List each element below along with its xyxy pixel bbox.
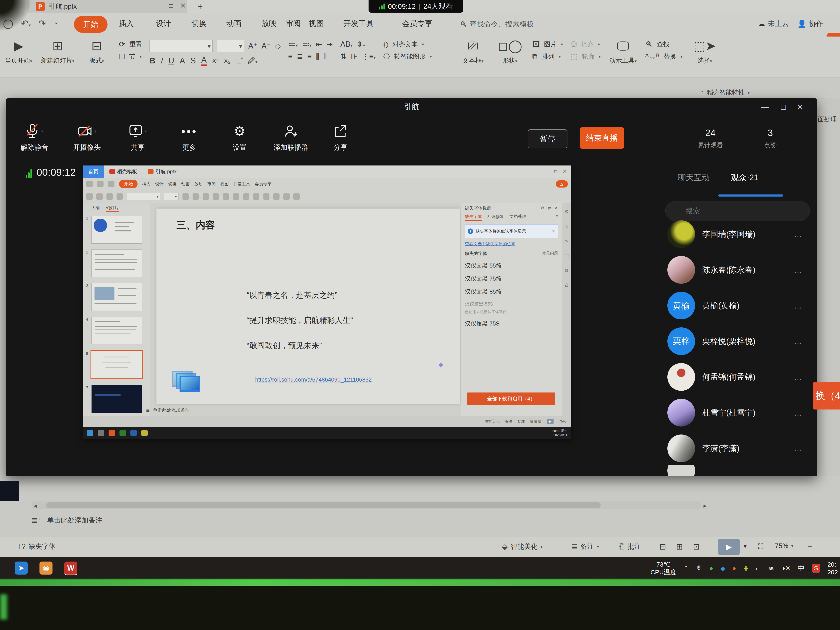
end-stream-button[interactable]: 结束直播 bbox=[579, 127, 624, 149]
indent-increase-icon[interactable]: ⇥ bbox=[326, 40, 333, 49]
presentation-tools-button[interactable]: 🖵 演示工具▾ bbox=[608, 39, 638, 65]
smart-graphic-button[interactable]: ⎔转智能图形▾ bbox=[383, 52, 432, 61]
notes-button[interactable]: ≣ 备注▾ bbox=[571, 542, 599, 551]
mini-outline-tab[interactable]: 大纲 bbox=[92, 205, 100, 212]
mini-beautify[interactable]: 智能美化 bbox=[485, 419, 500, 424]
mini-tool-icon[interactable] bbox=[294, 193, 300, 200]
tray-clock[interactable]: 20: 202 bbox=[827, 561, 838, 576]
collaborate-button[interactable]: 👤协作 bbox=[797, 19, 823, 28]
horizontal-scrollbar[interactable] bbox=[32, 502, 701, 509]
char-spacing-button[interactable]: A bbox=[180, 56, 185, 65]
section-button[interactable]: ⎅节▾ bbox=[119, 52, 142, 61]
camera-dropdown-icon[interactable]: ▾ bbox=[94, 129, 96, 134]
mini-play-button[interactable]: ▶ bbox=[546, 419, 554, 424]
share-screen-dropdown-icon[interactable]: ▾ bbox=[145, 129, 147, 134]
share-screen-button[interactable]: ▾ 共享 bbox=[129, 123, 147, 152]
panel-settings-icon[interactable]: ⚙ bbox=[540, 205, 544, 210]
mini-start-icon[interactable] bbox=[87, 430, 93, 436]
menu-tab-slideshow[interactable]: 放映 bbox=[261, 19, 276, 29]
row-spacing-icon[interactable]: ⇅ bbox=[340, 52, 346, 61]
justify-icon[interactable]: ⫼ bbox=[316, 52, 319, 61]
strip-star-icon[interactable]: ☆ bbox=[565, 224, 569, 229]
slide-thumbnail[interactable]: 3 bbox=[92, 283, 142, 311]
textbox-button[interactable]: ⎚ 文本框▾ bbox=[458, 39, 488, 65]
panel-close-icon[interactable]: ✕ bbox=[554, 205, 558, 210]
slideshow-play-button[interactable]: ▶ bbox=[718, 538, 740, 555]
mini-tool-icon[interactable] bbox=[283, 193, 290, 200]
tray-microphone-icon[interactable]: 🎙︎ bbox=[696, 565, 702, 572]
mini-slides-tab[interactable]: 幻灯片 bbox=[106, 205, 118, 212]
scrollbar-thumb[interactable] bbox=[46, 502, 601, 508]
panel-refresh-icon[interactable]: ⇄ bbox=[548, 205, 551, 210]
menu-tab-view[interactable]: 视图 bbox=[309, 19, 324, 29]
taskbar-app-orange-icon[interactable]: ◉ bbox=[39, 562, 52, 575]
menu-tab-home[interactable]: 开始 bbox=[74, 16, 107, 33]
mini-close-icon[interactable]: ✕ bbox=[563, 169, 567, 175]
new-slide-button[interactable]: ⊞ 新建幻灯片▾ bbox=[41, 39, 74, 65]
menu-tab-review[interactable]: 审阅 bbox=[286, 19, 301, 29]
mini-menu-tab[interactable]: 切换 bbox=[168, 181, 177, 187]
mini-slide-canvas[interactable]: 三、内容 “以青春之名，赴基层之约” “提升求职技能，启航精彩人生” “敢闯敢创… bbox=[156, 208, 460, 404]
new-tab-button[interactable]: + bbox=[197, 1, 203, 12]
mini-upgrade-badge[interactable]: △ bbox=[556, 180, 568, 188]
mini-font-select[interactable]: ▾ bbox=[126, 193, 160, 200]
viewer-more-icon[interactable]: … bbox=[794, 444, 804, 453]
mini-menu-tab[interactable]: 插入 bbox=[142, 181, 151, 187]
mini-menu-tab[interactable]: 会员专享 bbox=[255, 181, 272, 187]
pause-stream-button[interactable]: 暂停 bbox=[528, 129, 567, 148]
find-button[interactable]: 🔍︎查找 bbox=[645, 40, 682, 49]
close-tab-icon[interactable]: ✕ bbox=[180, 2, 186, 9]
distribute-icon[interactable]: ⊪ bbox=[351, 52, 357, 61]
mini-tool-icon[interactable] bbox=[96, 193, 103, 200]
menu-tab-devtools[interactable]: 开发工具 bbox=[343, 19, 374, 29]
notice-close-icon[interactable]: ✕ bbox=[552, 229, 555, 234]
pin-tab-icon[interactable]: ⊏ bbox=[168, 2, 174, 9]
view-missing-font-link[interactable]: 查看文档中缺失字体的位置 bbox=[465, 241, 558, 247]
wifi-icon[interactable]: ≋ bbox=[769, 565, 774, 572]
comments-button[interactable]: ⎗ 批注 bbox=[619, 542, 641, 551]
increase-font-icon[interactable]: A⁺ bbox=[248, 41, 257, 51]
italic-button[interactable]: I bbox=[161, 56, 163, 65]
decrease-font-icon[interactable]: A⁻ bbox=[261, 41, 270, 51]
underline-button[interactable]: U bbox=[169, 56, 174, 65]
arrange-button[interactable]: ⧉排列▾ bbox=[532, 52, 563, 61]
missing-font-item[interactable]: 汉仪文黑-85简 bbox=[465, 288, 558, 295]
slide-thumbnail[interactable]: 2 bbox=[92, 249, 142, 277]
mini-tool-icon[interactable] bbox=[273, 193, 279, 200]
tray-expand-icon[interactable]: ⌃ bbox=[684, 565, 689, 572]
select-button[interactable]: ⬚➤ 选择▾ bbox=[690, 39, 720, 65]
align-center-icon[interactable]: ≣ bbox=[297, 52, 303, 61]
mini-tab-home[interactable]: 首页 bbox=[83, 166, 104, 178]
strip-layout-icon[interactable]: ⬚ bbox=[564, 253, 569, 259]
camera-on-button[interactable]: ▾ 开摄像头 bbox=[73, 123, 101, 152]
highlight-icon[interactable]: 🖉▾ bbox=[247, 56, 257, 65]
mini-tool-icon[interactable] bbox=[253, 193, 259, 200]
volume-muted-icon[interactable]: 🕨✕ bbox=[781, 564, 790, 572]
mini-tool-icon[interactable] bbox=[193, 193, 199, 200]
align-right-icon[interactable]: ≡ bbox=[307, 52, 312, 61]
strip-copy-icon[interactable]: ⧉ bbox=[565, 268, 568, 273]
bullet-list-icon[interactable]: ≔▾ bbox=[288, 40, 298, 49]
wechat-icon[interactable]: ● bbox=[709, 565, 713, 572]
mini-tool-icon[interactable] bbox=[183, 193, 189, 200]
menu-tab-animation[interactable]: 动画 bbox=[226, 19, 242, 29]
add-relay-group-button[interactable]: 添加联播群 bbox=[274, 123, 308, 152]
scroll-right-icon[interactable]: ▸ bbox=[704, 502, 707, 509]
strip-edit-icon[interactable]: ✎ bbox=[565, 238, 568, 244]
ribbon-collapse-icon[interactable]: ⌄ bbox=[54, 18, 59, 29]
fill-button[interactable]: ⛁填充▾ bbox=[571, 40, 601, 49]
viewer-row[interactable]: 李潇(李潇) … bbox=[667, 431, 815, 466]
viewer-more-icon[interactable]: … bbox=[794, 229, 804, 239]
ime-badge[interactable]: 中 bbox=[797, 564, 805, 573]
bold-button[interactable]: B bbox=[150, 56, 155, 65]
replace-button[interactable]: ᴬ↔ᴮ替换▾ bbox=[645, 52, 682, 61]
mini-tab-docer[interactable]: 稻壳模板 bbox=[104, 166, 142, 178]
start-from-page-button[interactable]: ▶ 当页开始▾ bbox=[4, 39, 33, 65]
fonts-tab-garbled[interactable]: 乱码修复 bbox=[487, 214, 504, 221]
mini-tab-document[interactable]: 引航.pptx bbox=[142, 166, 182, 178]
menu-tab-member[interactable]: 会员专享 bbox=[402, 19, 433, 29]
mini-notes[interactable]: 备注 bbox=[505, 419, 512, 424]
mini-tool-icon[interactable] bbox=[223, 193, 229, 200]
indent-decrease-icon[interactable]: ⇤ bbox=[316, 40, 322, 49]
menu-tab-design[interactable]: 设计 bbox=[156, 19, 171, 29]
